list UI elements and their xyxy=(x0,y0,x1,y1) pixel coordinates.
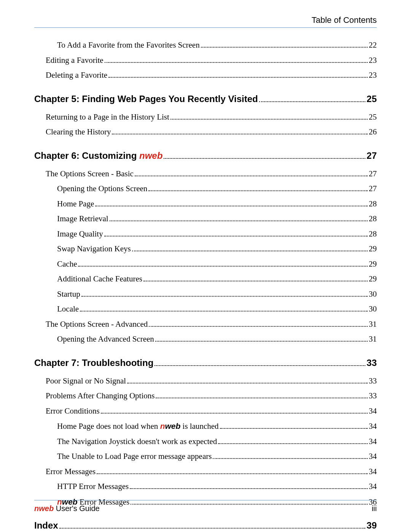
toc-page: 34 xyxy=(369,436,377,448)
toc-title: Additional Cache Features xyxy=(57,273,142,285)
nweb-brand: nweb xyxy=(34,504,54,513)
toc-entry: Additional Cache Features 29 xyxy=(57,273,377,285)
nweb-brand: nweb xyxy=(139,150,162,161)
toc-page: 34 xyxy=(369,451,377,463)
toc-entry: Home Page does not load when nweb is lau… xyxy=(57,420,377,433)
leader-dots xyxy=(80,311,368,312)
leader-dots xyxy=(213,458,368,459)
toc-title: HTTP Error Messages xyxy=(57,481,129,493)
leader-dots xyxy=(130,488,368,489)
toc-page: 23 xyxy=(369,69,377,81)
leader-dots xyxy=(149,326,368,327)
toc-title-post: is launched xyxy=(180,422,218,431)
toc-title: Home Page does not load when nweb is lau… xyxy=(57,420,219,433)
toc-entry: Returning to a Page in the History List … xyxy=(46,111,377,123)
leader-dots xyxy=(95,206,368,206)
toc-title: Swap Navigation Keys xyxy=(57,243,131,255)
toc-title-pre: Chapter 6: Customizing xyxy=(34,150,139,161)
toc-page: 26 xyxy=(369,126,377,138)
toc-title-pre: Home Page does not load when xyxy=(57,422,160,431)
leader-dots xyxy=(170,119,368,120)
leader-dots xyxy=(101,413,368,414)
toc-title: Chapter 6: Customizing nweb xyxy=(34,149,162,163)
toc-page: 34 xyxy=(369,466,377,478)
toc-page: 28 xyxy=(369,228,377,240)
toc-entry: Swap Navigation Keys 29 xyxy=(57,243,377,255)
document-page: Table of Contents To Add a Favorite from… xyxy=(0,0,411,532)
toc-title: Clearing the History xyxy=(46,126,111,138)
toc-title: Problems After Changing Options xyxy=(46,390,155,402)
leader-dots xyxy=(259,101,366,102)
toc-title: Poor Signal or No Signal xyxy=(46,375,126,387)
toc-title: Opening the Advanced Screen xyxy=(57,333,154,345)
toc-entry: Opening the Options Screen 27 xyxy=(57,183,377,195)
toc-title: Returning to a Page in the History List xyxy=(46,111,169,123)
toc-entry: The Options Screen - Basic 27 xyxy=(46,168,377,180)
toc-page: 34 xyxy=(369,420,377,433)
toc-entry: Image Retrieval 28 xyxy=(57,213,377,225)
toc-index: Index 39 xyxy=(34,519,377,532)
toc-page: 39 xyxy=(366,519,377,532)
toc-entry: Deleting a Favorite 23 xyxy=(46,69,377,81)
leader-dots xyxy=(201,47,368,48)
leader-dots xyxy=(164,158,365,159)
toc-page: 25 xyxy=(369,111,377,123)
leader-dots xyxy=(108,77,368,78)
toc-page: 27 xyxy=(369,168,377,180)
leader-dots xyxy=(135,176,368,176)
toc-entry: Opening the Advanced Screen 31 xyxy=(57,333,377,345)
toc-entry: Cache 29 xyxy=(57,258,377,270)
leader-dots xyxy=(104,236,368,236)
toc-page: 30 xyxy=(369,303,377,315)
leader-dots xyxy=(155,365,365,366)
leader-dots xyxy=(132,251,368,251)
toc-page: 28 xyxy=(369,213,377,225)
toc-entry: Error Conditions 34 xyxy=(46,405,377,417)
toc-page: 27 xyxy=(366,149,377,163)
toc-title: Locale xyxy=(57,303,79,315)
toc-page: 23 xyxy=(369,54,377,67)
toc-entry: The Navigation Joystick doesn't work as … xyxy=(57,436,377,448)
toc-title: Opening the Options Screen xyxy=(57,183,147,195)
page-header: Table of Contents xyxy=(34,15,377,28)
toc-chapter: Chapter 5: Finding Web Pages You Recentl… xyxy=(34,92,377,106)
leader-dots xyxy=(127,383,368,383)
toc-page: 31 xyxy=(369,333,377,345)
toc-title: Error Messages xyxy=(46,466,96,478)
toc-title: Deleting a Favorite xyxy=(46,69,107,81)
toc-title: To Add a Favorite from the Favorites Scr… xyxy=(57,39,200,51)
toc-title: The Unable to Load Page error message ap… xyxy=(57,451,212,463)
leader-dots xyxy=(218,443,368,444)
toc-entry: Locale 30 xyxy=(57,303,377,315)
leader-dots xyxy=(110,220,368,221)
leader-dots xyxy=(155,341,368,342)
toc-page: 34 xyxy=(369,405,377,417)
leader-dots xyxy=(105,62,368,63)
leader-dots xyxy=(112,134,368,134)
toc-chapter: Chapter 6: Customizing nweb 27 xyxy=(34,149,377,163)
toc-title: The Options Screen - Basic xyxy=(46,168,134,180)
toc-title: Image Quality xyxy=(57,228,103,240)
leader-dots xyxy=(143,281,368,281)
toc-page: 29 xyxy=(369,273,377,285)
toc-entry: Error Messages 34 xyxy=(46,466,377,478)
toc-page: 33 xyxy=(369,375,377,387)
page-footer: nweb User's Guide iii xyxy=(34,500,377,513)
toc-page: 29 xyxy=(369,243,377,255)
toc-page: 25 xyxy=(366,92,377,106)
toc-title: Home Page xyxy=(57,198,94,210)
footer-guide: User's Guide xyxy=(54,504,100,513)
leader-dots xyxy=(97,473,368,474)
footer-page-number: iii xyxy=(372,504,377,513)
toc-entry: HTTP Error Messages 34 xyxy=(57,481,377,493)
toc-page: 22 xyxy=(369,39,377,51)
header-title: Table of Contents xyxy=(312,15,377,25)
toc-page: 29 xyxy=(369,258,377,270)
toc-entry: Home Page 28 xyxy=(57,198,377,210)
toc-entry: Clearing the History 26 xyxy=(46,126,377,138)
toc-title: Editing a Favorite xyxy=(46,54,104,67)
leader-dots xyxy=(156,398,368,398)
toc-page: 33 xyxy=(366,356,377,370)
toc-page: 27 xyxy=(369,183,377,195)
toc-title: Image Retrieval xyxy=(57,213,108,225)
